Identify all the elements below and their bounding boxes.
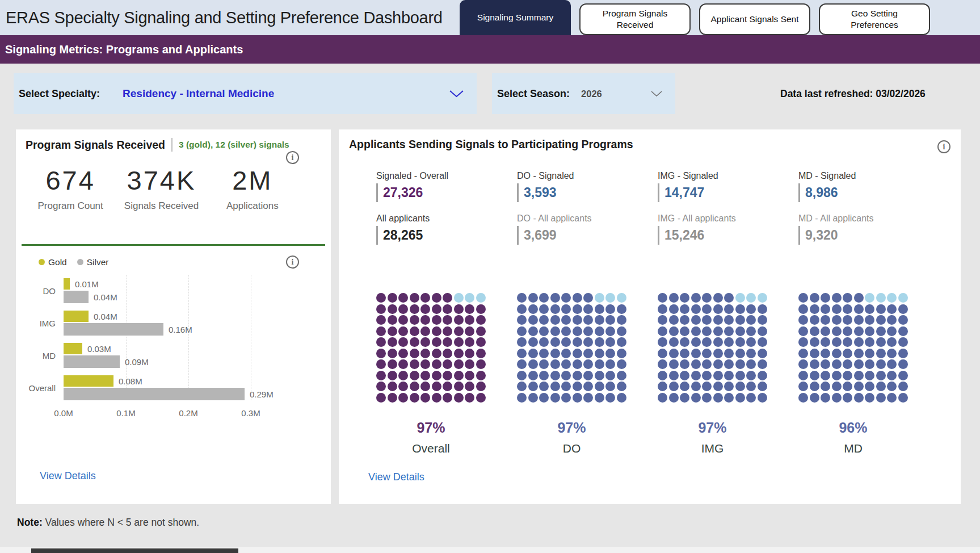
waffle-dot-filled[interactable] <box>398 337 408 347</box>
waffle-dot-filled[interactable] <box>854 393 864 403</box>
waffle-dot-filled[interactable] <box>713 293 723 303</box>
waffle-dot-filled[interactable] <box>476 349 486 358</box>
waffle-dot-filled[interactable] <box>658 359 667 369</box>
waffle-dot-filled[interactable] <box>702 337 712 347</box>
waffle-dot-filled[interactable] <box>617 359 626 369</box>
waffle-dot-filled[interactable] <box>432 326 441 336</box>
waffle-dot-filled[interactable] <box>617 393 626 403</box>
waffle-dot-filled[interactable] <box>843 304 852 314</box>
waffle-dot-filled[interactable] <box>595 337 604 347</box>
waffle-dot-filled[interactable] <box>539 371 549 380</box>
waffle-dot-filled[interactable] <box>810 382 819 391</box>
waffle-dot-filled[interactable] <box>420 304 430 314</box>
waffle-dot-filled[interactable] <box>680 359 689 369</box>
waffle-dot-filled[interactable] <box>528 326 538 336</box>
waffle-dot-filled[interactable] <box>443 393 452 403</box>
waffle-dot-filled[interactable] <box>691 382 701 391</box>
waffle-dot-filled[interactable] <box>573 304 582 314</box>
waffle-dot-filled[interactable] <box>432 337 441 347</box>
waffle-dot-filled[interactable] <box>583 393 593 403</box>
waffle-dot-remainder[interactable] <box>454 293 464 303</box>
waffle-dot-filled[interactable] <box>617 371 626 380</box>
waffle-dot-filled[interactable] <box>573 393 582 403</box>
waffle-dot-filled[interactable] <box>573 371 582 380</box>
waffle-dot-filled[interactable] <box>517 371 527 380</box>
waffle-dot-filled[interactable] <box>798 393 808 403</box>
waffle-dot-filled[interactable] <box>550 337 560 347</box>
waffle-dot-filled[interactable] <box>876 371 886 380</box>
waffle-dot-filled[interactable] <box>746 315 756 325</box>
waffle-dot-filled[interactable] <box>810 326 819 336</box>
waffle-dot-filled[interactable] <box>388 315 397 325</box>
waffle-dot-filled[interactable] <box>746 349 756 358</box>
waffle-dot-filled[interactable] <box>832 371 842 380</box>
waffle-dot-filled[interactable] <box>410 382 419 391</box>
waffle-dot-filled[interactable] <box>713 382 723 391</box>
waffle-dot-filled[interactable] <box>410 393 419 403</box>
waffle-dot-filled[interactable] <box>843 371 852 380</box>
waffle-dot-filled[interactable] <box>476 393 486 403</box>
waffle-dot-filled[interactable] <box>735 315 745 325</box>
waffle-dot-filled[interactable] <box>669 315 679 325</box>
waffle-dot-filled[interactable] <box>724 326 734 336</box>
waffle-dot-filled[interactable] <box>443 349 452 358</box>
waffle-dot-filled[interactable] <box>669 382 679 391</box>
waffle-dot-filled[interactable] <box>561 293 571 303</box>
tab-applicant-signals-sent[interactable]: Applicant Signals Sent <box>699 3 810 35</box>
waffle-dot-filled[interactable] <box>443 337 452 347</box>
waffle-dot-filled[interactable] <box>798 315 808 325</box>
waffle-dot-filled[interactable] <box>658 371 667 380</box>
waffle-dot-filled[interactable] <box>865 326 874 336</box>
waffle-dot-filled[interactable] <box>550 315 560 325</box>
waffle-dot-filled[interactable] <box>887 304 897 314</box>
waffle-dot-filled[interactable] <box>832 293 842 303</box>
waffle-dot-filled[interactable] <box>517 293 527 303</box>
waffle-dot-filled[interactable] <box>843 382 852 391</box>
waffle-dot-filled[interactable] <box>454 359 464 369</box>
waffle-dot-filled[interactable] <box>691 326 701 336</box>
waffle-dot-filled[interactable] <box>854 349 864 358</box>
waffle-dot-filled[interactable] <box>832 315 842 325</box>
waffle-dot-filled[interactable] <box>539 359 549 369</box>
bar-silver[interactable] <box>64 355 120 368</box>
waffle-dot-filled[interactable] <box>798 326 808 336</box>
waffle-dot-filled[interactable] <box>465 326 474 336</box>
waffle-dot-filled[interactable] <box>798 371 808 380</box>
waffle-dot-filled[interactable] <box>887 382 897 391</box>
waffle-dot-filled[interactable] <box>617 315 626 325</box>
waffle-dot-filled[interactable] <box>854 326 864 336</box>
waffle-dot-filled[interactable] <box>561 382 571 391</box>
waffle-dot-filled[interactable] <box>561 349 571 358</box>
waffle-dot-filled[interactable] <box>746 393 756 403</box>
waffle-dot-filled[interactable] <box>832 349 842 358</box>
waffle-dot-filled[interactable] <box>420 326 430 336</box>
waffle-dot-filled[interactable] <box>758 359 767 369</box>
waffle-dot-filled[interactable] <box>528 293 538 303</box>
waffle-dot-filled[interactable] <box>702 293 712 303</box>
info-icon[interactable]: i <box>286 255 299 269</box>
waffle-dot-filled[interactable] <box>388 382 397 391</box>
waffle-dot-filled[interactable] <box>658 337 667 347</box>
waffle-dot-filled[interactable] <box>376 371 386 380</box>
waffle-dot-filled[interactable] <box>432 371 441 380</box>
waffle-dot-filled[interactable] <box>758 371 767 380</box>
view-details-link[interactable]: View Details <box>368 471 424 483</box>
waffle-dot-filled[interactable] <box>454 337 464 347</box>
waffle-dot-filled[interactable] <box>702 393 712 403</box>
waffle-dot-filled[interactable] <box>843 359 852 369</box>
waffle-dot-filled[interactable] <box>680 293 689 303</box>
waffle-dot-filled[interactable] <box>724 315 734 325</box>
waffle-dot-filled[interactable] <box>573 349 582 358</box>
waffle-dot-filled[interactable] <box>605 315 615 325</box>
waffle-dot-filled[interactable] <box>758 349 767 358</box>
waffle-dot-filled[interactable] <box>898 393 908 403</box>
waffle-dot-filled[interactable] <box>539 382 549 391</box>
waffle-dot-filled[interactable] <box>669 349 679 358</box>
waffle-dot-filled[interactable] <box>550 393 560 403</box>
waffle-dot-filled[interactable] <box>550 371 560 380</box>
waffle-dot-filled[interactable] <box>376 393 386 403</box>
waffle-dot-filled[interactable] <box>658 304 667 314</box>
waffle-dot-filled[interactable] <box>798 349 808 358</box>
waffle-dot-filled[interactable] <box>876 359 886 369</box>
waffle-dot-filled[interactable] <box>561 359 571 369</box>
